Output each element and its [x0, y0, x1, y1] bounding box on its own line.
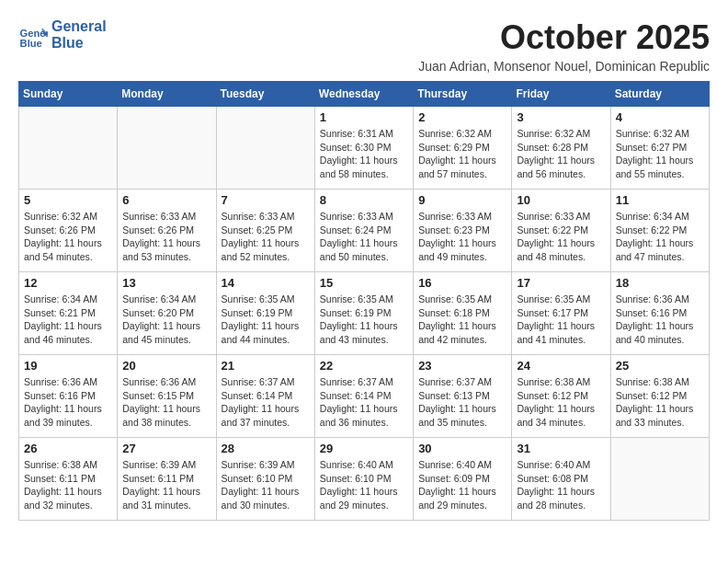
calendar-cell: 22Sunrise: 6:37 AM Sunset: 6:14 PM Dayli…: [314, 355, 413, 438]
day-number: 21: [222, 359, 310, 373]
day-info: Sunrise: 6:34 AM Sunset: 6:20 PM Dayligh…: [122, 293, 210, 347]
day-number: 20: [122, 359, 210, 373]
weekday-header-thursday: Thursday: [414, 82, 512, 107]
calendar-cell: 21Sunrise: 6:37 AM Sunset: 6:14 PM Dayli…: [216, 355, 314, 438]
day-number: 29: [320, 442, 408, 455]
day-number: 2: [418, 110, 506, 124]
calendar-cell: [610, 438, 709, 521]
day-number: 13: [122, 276, 210, 290]
calendar-cell: 2Sunrise: 6:32 AM Sunset: 6:29 PM Daylig…: [414, 107, 512, 190]
day-number: 17: [517, 276, 605, 290]
day-number: 9: [418, 193, 506, 207]
day-number: 7: [222, 193, 310, 207]
day-info: Sunrise: 6:32 AM Sunset: 6:26 PM Dayligh…: [24, 210, 112, 264]
calendar-cell: 25Sunrise: 6:38 AM Sunset: 6:12 PM Dayli…: [610, 355, 709, 438]
calendar-cell: 23Sunrise: 6:37 AM Sunset: 6:13 PM Dayli…: [414, 355, 512, 438]
day-info: Sunrise: 6:40 AM Sunset: 6:08 PM Dayligh…: [517, 458, 605, 512]
day-info: Sunrise: 6:36 AM Sunset: 6:16 PM Dayligh…: [24, 375, 112, 430]
day-info: Sunrise: 6:39 AM Sunset: 6:11 PM Dayligh…: [122, 458, 210, 512]
calendar-cell: 16Sunrise: 6:35 AM Sunset: 6:18 PM Dayli…: [414, 272, 512, 355]
day-number: 31: [517, 442, 605, 455]
calendar-cell: 27Sunrise: 6:39 AM Sunset: 6:11 PM Dayli…: [118, 438, 216, 521]
calendar-cell: 5Sunrise: 6:32 AM Sunset: 6:26 PM Daylig…: [19, 190, 118, 272]
day-info: Sunrise: 6:37 AM Sunset: 6:14 PM Dayligh…: [222, 375, 310, 430]
day-number: 19: [24, 359, 112, 373]
calendar-cell: 8Sunrise: 6:33 AM Sunset: 6:24 PM Daylig…: [314, 190, 413, 272]
day-number: 5: [24, 193, 112, 207]
logo-icon: General Blue: [18, 20, 48, 50]
logo-line1: General: [51, 18, 107, 35]
day-number: 27: [122, 442, 210, 455]
calendar-cell: 20Sunrise: 6:36 AM Sunset: 6:15 PM Dayli…: [118, 355, 216, 438]
calendar-cell: 24Sunrise: 6:38 AM Sunset: 6:12 PM Dayli…: [512, 355, 610, 438]
day-number: 10: [517, 193, 605, 207]
calendar-subtitle: Juan Adrian, Monsenor Nouel, Dominican R…: [418, 59, 710, 74]
weekday-header-wednesday: Wednesday: [314, 82, 413, 107]
logo: General Blue General Blue: [18, 18, 107, 51]
calendar-cell: 9Sunrise: 6:33 AM Sunset: 6:23 PM Daylig…: [414, 190, 512, 272]
day-number: 28: [222, 442, 310, 455]
day-info: Sunrise: 6:33 AM Sunset: 6:24 PM Dayligh…: [320, 210, 408, 264]
weekday-header-friday: Friday: [512, 82, 610, 107]
day-number: 6: [122, 193, 210, 207]
day-info: Sunrise: 6:32 AM Sunset: 6:29 PM Dayligh…: [418, 127, 506, 181]
day-number: 11: [616, 193, 704, 207]
calendar-cell: [216, 107, 314, 190]
weekday-header-sunday: Sunday: [19, 82, 118, 107]
calendar-week-row: 12Sunrise: 6:34 AM Sunset: 6:21 PM Dayli…: [19, 272, 710, 355]
day-number: 16: [418, 276, 506, 290]
logo-line2: Blue: [51, 35, 107, 52]
calendar-cell: 4Sunrise: 6:32 AM Sunset: 6:27 PM Daylig…: [610, 107, 709, 190]
day-info: Sunrise: 6:35 AM Sunset: 6:18 PM Dayligh…: [418, 293, 506, 347]
svg-text:Blue: Blue: [20, 37, 42, 48]
title-block: October 2025 Juan Adrian, Monsenor Nouel…: [418, 18, 710, 74]
day-number: 22: [320, 359, 408, 373]
day-number: 3: [517, 110, 605, 124]
day-number: 8: [320, 193, 408, 207]
day-info: Sunrise: 6:34 AM Sunset: 6:21 PM Dayligh…: [24, 293, 112, 347]
day-number: 25: [616, 359, 704, 373]
day-number: 18: [616, 276, 704, 290]
calendar-cell: 15Sunrise: 6:35 AM Sunset: 6:19 PM Dayli…: [314, 272, 413, 355]
day-info: Sunrise: 6:38 AM Sunset: 6:12 PM Dayligh…: [517, 375, 605, 430]
calendar-cell: 28Sunrise: 6:39 AM Sunset: 6:10 PM Dayli…: [216, 438, 314, 521]
day-info: Sunrise: 6:35 AM Sunset: 6:19 PM Dayligh…: [320, 293, 408, 347]
weekday-header-monday: Monday: [118, 82, 216, 107]
day-info: Sunrise: 6:40 AM Sunset: 6:09 PM Dayligh…: [418, 458, 506, 512]
day-info: Sunrise: 6:35 AM Sunset: 6:19 PM Dayligh…: [222, 293, 310, 347]
calendar-cell: 6Sunrise: 6:33 AM Sunset: 6:26 PM Daylig…: [118, 190, 216, 272]
calendar-cell: 12Sunrise: 6:34 AM Sunset: 6:21 PM Dayli…: [19, 272, 118, 355]
calendar-cell: [118, 107, 216, 190]
calendar-cell: 17Sunrise: 6:35 AM Sunset: 6:17 PM Dayli…: [512, 272, 610, 355]
day-info: Sunrise: 6:35 AM Sunset: 6:17 PM Dayligh…: [517, 293, 605, 347]
calendar-cell: 26Sunrise: 6:38 AM Sunset: 6:11 PM Dayli…: [19, 438, 118, 521]
calendar-cell: 30Sunrise: 6:40 AM Sunset: 6:09 PM Dayli…: [414, 438, 512, 521]
day-info: Sunrise: 6:39 AM Sunset: 6:10 PM Dayligh…: [222, 458, 310, 512]
calendar-cell: 13Sunrise: 6:34 AM Sunset: 6:20 PM Dayli…: [118, 272, 216, 355]
day-info: Sunrise: 6:32 AM Sunset: 6:27 PM Dayligh…: [616, 127, 704, 181]
day-info: Sunrise: 6:36 AM Sunset: 6:15 PM Dayligh…: [122, 375, 210, 430]
day-info: Sunrise: 6:37 AM Sunset: 6:13 PM Dayligh…: [418, 375, 506, 430]
calendar-cell: 3Sunrise: 6:32 AM Sunset: 6:28 PM Daylig…: [512, 107, 610, 190]
day-number: 15: [320, 276, 408, 290]
day-number: 30: [418, 442, 506, 455]
day-number: 4: [616, 110, 704, 124]
calendar-cell: 18Sunrise: 6:36 AM Sunset: 6:16 PM Dayli…: [610, 272, 709, 355]
day-info: Sunrise: 6:34 AM Sunset: 6:22 PM Dayligh…: [616, 210, 704, 264]
calendar-table: SundayMondayTuesdayWednesdayThursdayFrid…: [18, 81, 710, 521]
calendar-cell: 7Sunrise: 6:33 AM Sunset: 6:25 PM Daylig…: [216, 190, 314, 272]
day-number: 26: [24, 442, 112, 455]
day-info: Sunrise: 6:33 AM Sunset: 6:26 PM Dayligh…: [122, 210, 210, 264]
weekday-header-saturday: Saturday: [610, 82, 709, 107]
day-number: 23: [418, 359, 506, 373]
day-info: Sunrise: 6:38 AM Sunset: 6:12 PM Dayligh…: [616, 375, 704, 430]
weekday-header-row: SundayMondayTuesdayWednesdayThursdayFrid…: [19, 82, 710, 107]
calendar-cell: [19, 107, 118, 190]
calendar-cell: 29Sunrise: 6:40 AM Sunset: 6:10 PM Dayli…: [314, 438, 413, 521]
page-header: General Blue General Blue October 2025 J…: [18, 18, 710, 74]
calendar-week-row: 19Sunrise: 6:36 AM Sunset: 6:16 PM Dayli…: [19, 355, 710, 438]
day-info: Sunrise: 6:36 AM Sunset: 6:16 PM Dayligh…: [616, 293, 704, 347]
calendar-cell: 31Sunrise: 6:40 AM Sunset: 6:08 PM Dayli…: [512, 438, 610, 521]
day-info: Sunrise: 6:32 AM Sunset: 6:28 PM Dayligh…: [517, 127, 605, 181]
day-number: 1: [320, 110, 408, 124]
